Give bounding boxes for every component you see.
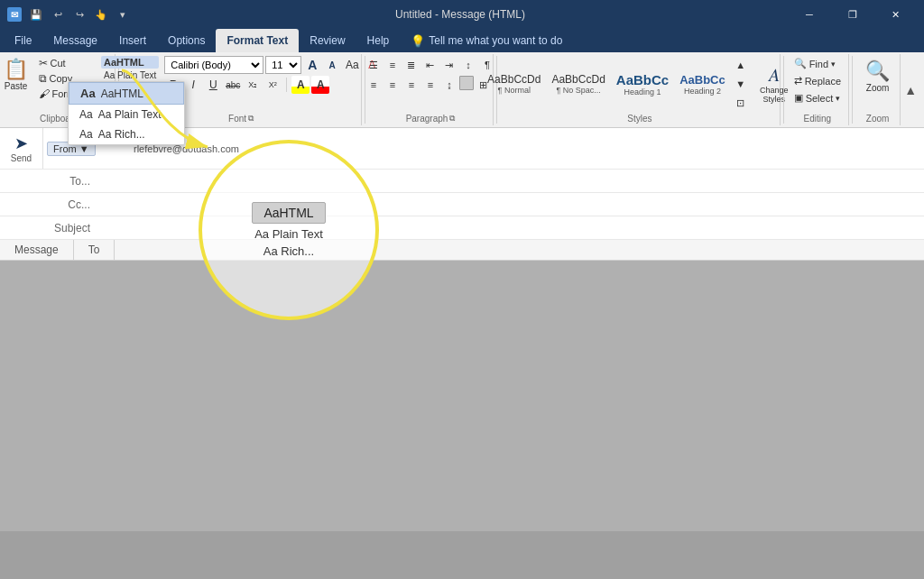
styles-scroll-down[interactable]: ▼ (732, 75, 750, 93)
increase-indent-button[interactable]: ⇥ (440, 56, 458, 74)
font-name-select[interactable]: Calibri (Body) Arial Times New Roman (164, 56, 263, 74)
style-normal[interactable]: AaBbCcDd ¶ Normal (483, 70, 545, 97)
select-icon: ▣ (794, 92, 803, 104)
redo-button[interactable]: ↪ (70, 5, 88, 23)
sort-button[interactable]: ↕ (459, 56, 477, 74)
minimize-button[interactable]: ─ (789, 0, 830, 29)
html-format-button[interactable]: AaHTML (101, 56, 159, 69)
message-body[interactable] (0, 261, 924, 531)
align-center-button[interactable]: ≡ (383, 76, 402, 94)
format-label: Font ⧉ (228, 112, 254, 124)
style-normal-label: ¶ Normal (498, 86, 531, 95)
font-color-button[interactable]: A (311, 76, 329, 94)
plain-item-icon: Aa (79, 108, 93, 121)
message-tabs: Message To (0, 240, 924, 261)
to-button[interactable]: To... (43, 175, 97, 188)
send-button[interactable]: ➤ Send (7, 132, 35, 165)
cc-button[interactable]: Cc... (43, 198, 97, 211)
dropdown-plain-item[interactable]: Aa Aa Plain Text (69, 105, 184, 124)
tab-to-field[interactable]: To (74, 240, 116, 260)
decrease-indent-button[interactable]: ⇤ (421, 56, 439, 74)
quick-access-toolbar: 💾 ↩ ↪ 👆 ▾ (27, 5, 132, 23)
justify-button[interactable]: ≡ (421, 76, 439, 94)
style-h2-label: Heading 2 (684, 87, 721, 96)
tab-message-body[interactable]: Message (0, 240, 74, 260)
bullets-button[interactable]: ☰ (365, 56, 383, 74)
style-normal-preview: AaBbCcDd (487, 73, 541, 86)
editing-btns: 🔍 Find ▾ ⇄ Replace ▣ Select ▾ (790, 56, 845, 112)
editing-group: 🔍 Find ▾ ⇄ Replace ▣ Select ▾ Editing (786, 54, 849, 125)
style-nospace[interactable]: AaBbCcDd ¶ No Spac... (547, 70, 609, 97)
ribbon-collapse-button[interactable]: ▲ (901, 79, 920, 101)
format-painter-icon: 🖌 (39, 87, 50, 100)
style-heading1[interactable]: AaBbCc Heading 1 (612, 69, 673, 99)
font-expander[interactable]: ⧉ (248, 114, 254, 124)
tab-review[interactable]: Review (299, 29, 356, 52)
para-row-1: ☰ ≡ ≣ ⇤ ⇥ ↕ ¶ (365, 56, 496, 74)
touch-button[interactable]: 👆 (92, 5, 110, 23)
undo-button[interactable]: ↩ (49, 5, 67, 23)
paragraph-label: Paragraph ⧉ (406, 112, 456, 124)
to-row: To... (0, 170, 924, 193)
dropdown-html-item[interactable]: Aa AaHTML (69, 82, 184, 105)
plain-format-button[interactable]: Aa Plain Text (101, 69, 159, 81)
para-expander[interactable]: ⧉ (449, 114, 455, 124)
highlight-button[interactable]: A (291, 76, 310, 94)
restore-button[interactable]: ❐ (832, 0, 873, 29)
dropdown-rich-item[interactable]: Aa Aa Rich... (69, 124, 184, 144)
app-icon: ✉ (7, 7, 22, 22)
close-button[interactable]: ✕ (875, 0, 917, 29)
style-nospace-preview: AaBbCcDd (551, 73, 605, 86)
styles-expand[interactable]: ⊡ (732, 94, 750, 112)
italic-button[interactable]: I (184, 76, 202, 94)
align-left-button[interactable]: ≡ (365, 76, 383, 94)
style-heading2[interactable]: AaBbCc Heading 2 (675, 70, 730, 98)
styles-scroll-up[interactable]: ▲ (732, 56, 750, 74)
paste-button[interactable]: 📋 Paste (0, 56, 34, 93)
send-icon: ➤ (14, 133, 28, 153)
paste-label: Paste (5, 81, 28, 91)
shrink-font-button[interactable]: A (323, 56, 341, 74)
multilevel-button[interactable]: ≣ (402, 56, 420, 74)
underline-button[interactable]: U (204, 76, 222, 94)
ribbon-tabs: File Message Insert Options Format Text … (0, 29, 924, 52)
subject-input[interactable] (97, 220, 924, 236)
line-spacing-button[interactable]: ↨ (440, 76, 458, 94)
find-button[interactable]: 🔍 Find ▾ (790, 56, 839, 71)
dropdown-rich-label: Aa Rich... (98, 128, 145, 141)
tab-options[interactable]: Options (157, 29, 216, 52)
zoom-button[interactable]: 🔍 Zoom (857, 56, 898, 96)
style-nospace-label: ¶ No Spac... (556, 86, 600, 95)
more-button[interactable]: ▾ (114, 5, 132, 23)
strikethrough-button[interactable]: abc (224, 76, 242, 94)
superscript-button[interactable]: X² (263, 76, 282, 94)
title-bar: ✉ 💾 ↩ ↪ 👆 ▾ Untitled - Message (HTML) ─ … (0, 0, 924, 29)
format-dropdown: Aa AaHTML Aa Aa Plain Text Aa Aa Rich... (68, 81, 185, 145)
select-button[interactable]: ▣ Select ▾ (790, 90, 845, 106)
grow-font-button[interactable]: A (303, 56, 321, 74)
tab-format-text[interactable]: Format Text (216, 29, 299, 52)
change-case-button[interactable]: Aa (343, 56, 361, 74)
email-area: ➤ Send From ▼ rlefebvre@dotdash.com To..… (0, 128, 924, 261)
styles-label: Styles (627, 112, 651, 124)
font-size-select[interactable]: 11 8910 1214 (265, 56, 301, 74)
subscript-button[interactable]: X₂ (244, 76, 262, 94)
cc-input[interactable] (97, 197, 924, 213)
paste-icon: 📋 (4, 58, 28, 81)
save-button[interactable]: 💾 (27, 5, 45, 23)
numbering-button[interactable]: ≡ (383, 56, 402, 74)
tab-insert[interactable]: Insert (108, 29, 157, 52)
window-controls: ─ ❐ ✕ (789, 0, 917, 29)
tab-message[interactable]: Message (42, 29, 108, 52)
shading-button[interactable] (459, 76, 474, 90)
editing-label: Editing (804, 112, 832, 124)
change-styles-icon: 𝐴 (769, 65, 780, 86)
tab-tell-me[interactable]: 💡 Tell me what you want to do (400, 29, 573, 52)
tab-file[interactable]: File (4, 29, 42, 52)
find-label: Find (809, 59, 828, 69)
html-item-icon: Aa (80, 87, 96, 100)
to-input[interactable] (97, 173, 924, 189)
replace-button[interactable]: ⇄ Replace (790, 73, 845, 88)
tab-help[interactable]: Help (356, 29, 401, 52)
align-right-button[interactable]: ≡ (402, 76, 420, 94)
